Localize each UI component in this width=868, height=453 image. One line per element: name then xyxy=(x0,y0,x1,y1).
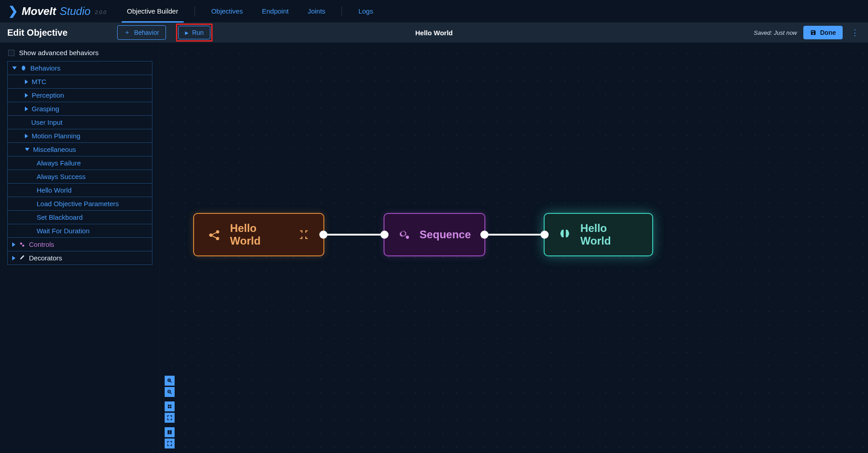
chevron-right-icon xyxy=(25,93,28,98)
add-behavior-label: Behavior xyxy=(134,29,159,36)
chevron-right-icon xyxy=(25,134,28,138)
leaf-label: Always Success xyxy=(37,173,85,180)
edge xyxy=(323,234,386,236)
brain-icon xyxy=(558,228,571,241)
zoom-out-button[interactable] xyxy=(165,387,175,397)
tree-motion-planning[interactable]: Motion Planning xyxy=(8,129,152,143)
tree-perception-label: Perception xyxy=(32,91,64,99)
output-port[interactable] xyxy=(319,231,327,239)
tree-mtc-label: MTC xyxy=(32,78,47,85)
node-canvas[interactable]: Hello World Sequence Hello World xyxy=(160,42,868,453)
tree-user-input[interactable]: User Input xyxy=(8,116,152,129)
svg-point-1 xyxy=(22,245,24,247)
collapse-button[interactable] xyxy=(165,413,175,423)
brand-moveit: MoveIt xyxy=(22,5,56,18)
brand: ❯ MoveIt Studio 2.0.0 xyxy=(8,4,106,18)
advanced-toggle[interactable]: Show advanced behaviors xyxy=(7,47,152,61)
node-hello-world-leaf[interactable]: Hello World xyxy=(544,213,653,256)
tree-set-blackboard[interactable]: Set Blackboard xyxy=(8,211,152,224)
node-hello-world-root[interactable]: Hello World xyxy=(193,213,324,256)
leaf-label: Always Failure xyxy=(37,159,81,167)
input-port[interactable] xyxy=(541,231,549,239)
tab-objective-builder[interactable]: Objective Builder xyxy=(124,0,181,22)
advanced-label: Show advanced behaviors xyxy=(19,49,99,57)
tree-grasping[interactable]: Grasping xyxy=(8,102,152,116)
svg-rect-14 xyxy=(170,430,172,434)
behavior-tree: Behaviors MTC Perception Grasping User I… xyxy=(7,61,152,265)
run-button[interactable]: ▶ Run xyxy=(178,26,211,39)
plus-icon: ＋ xyxy=(124,28,130,37)
brand-studio: Studio xyxy=(60,5,90,18)
tree-user-input-label: User Input xyxy=(31,118,62,126)
svg-rect-9 xyxy=(168,405,170,406)
tree-grasping-label: Grasping xyxy=(32,105,59,113)
run-button-highlight: ▶ Run xyxy=(176,24,213,42)
saved-status: Saved: Just now xyxy=(754,29,797,36)
tab-separator xyxy=(342,6,342,16)
fit-button[interactable] xyxy=(165,401,175,411)
node-label: Sequence xyxy=(420,228,471,241)
share-icon xyxy=(208,228,221,241)
brush-icon xyxy=(19,255,25,261)
leaf-label: Set Blackboard xyxy=(37,213,83,221)
tab-objectives[interactable]: Objectives xyxy=(209,0,246,22)
nav-tabs: Objective Builder Objectives Endpoint Jo… xyxy=(124,0,376,22)
leaf-label: Load Objective Parameters xyxy=(37,200,119,208)
leaf-label: Hello World xyxy=(37,186,71,194)
tree-load-objective-params[interactable]: Load Objective Parameters xyxy=(8,197,152,211)
gears-icon xyxy=(19,241,25,248)
fullscreen-button[interactable] xyxy=(165,439,175,448)
tree-always-failure[interactable]: Always Failure xyxy=(8,156,152,170)
chevron-down-icon xyxy=(12,66,17,70)
brand-chevron-icon: ❯ xyxy=(8,4,18,18)
svg-rect-10 xyxy=(170,405,172,406)
zoom-in-button[interactable] xyxy=(165,376,175,386)
add-behavior-button[interactable]: ＋ Behavior xyxy=(117,25,166,40)
svg-rect-13 xyxy=(168,430,170,434)
done-label: Done xyxy=(820,29,836,36)
node-label: Hello World xyxy=(580,222,639,247)
more-menu-button[interactable]: ⋮ xyxy=(849,26,861,39)
tree-miscellaneous[interactable]: Miscellaneous xyxy=(8,143,152,156)
chevron-right-icon xyxy=(25,107,28,111)
play-icon: ▶ xyxy=(185,30,189,35)
run-label: Run xyxy=(192,29,204,36)
chevron-right-icon xyxy=(12,256,15,260)
tab-logs[interactable]: Logs xyxy=(356,0,376,22)
input-port[interactable] xyxy=(380,231,389,239)
tree-always-success[interactable]: Always Success xyxy=(8,170,152,184)
svg-point-0 xyxy=(20,242,22,245)
chevron-right-icon xyxy=(12,242,15,247)
tab-separator xyxy=(194,6,195,16)
node-sequence[interactable]: Sequence xyxy=(384,213,485,256)
tree-behaviors-label: Behaviors xyxy=(30,64,61,72)
chevron-right-icon xyxy=(25,80,28,84)
chevron-down-icon xyxy=(25,148,29,151)
edge xyxy=(484,234,547,236)
tree-decorators[interactable]: Decorators xyxy=(8,251,152,264)
collapse-arrows-icon xyxy=(298,229,310,241)
leaf-label: Wait For Duration xyxy=(37,227,90,235)
done-button[interactable]: Done xyxy=(803,26,843,39)
tree-controls[interactable]: Controls xyxy=(8,238,152,251)
objective-name: Hello World xyxy=(415,29,453,37)
save-icon xyxy=(810,29,816,36)
checkbox-icon xyxy=(8,50,14,56)
tree-controls-label: Controls xyxy=(29,241,54,248)
tree-mtc[interactable]: MTC xyxy=(8,75,152,89)
svg-rect-11 xyxy=(168,407,170,409)
tree-behaviors[interactable]: Behaviors xyxy=(8,61,152,75)
tab-joints[interactable]: Joints xyxy=(305,0,328,22)
node-label: Hello World xyxy=(230,222,289,247)
tab-endpoint[interactable]: Endpoint xyxy=(259,0,291,22)
brain-icon xyxy=(20,65,27,71)
gears-icon xyxy=(398,228,411,241)
output-port[interactable] xyxy=(480,231,489,239)
svg-rect-12 xyxy=(170,407,172,409)
tree-hello-world[interactable]: Hello World xyxy=(8,184,152,197)
tree-perception[interactable]: Perception xyxy=(8,89,152,102)
tree-wait-for-duration[interactable]: Wait For Duration xyxy=(8,224,152,238)
brand-version: 2.0.0 xyxy=(95,9,106,15)
columns-button[interactable] xyxy=(165,427,175,437)
toolbar: Edit Objective ＋ Behavior ▶ Run Hello Wo… xyxy=(0,23,868,42)
